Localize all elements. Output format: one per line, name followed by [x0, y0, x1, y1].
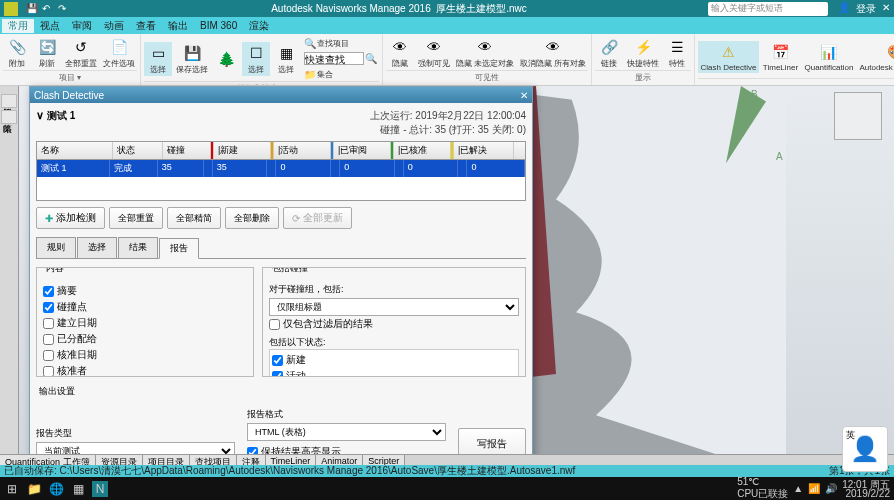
task-app-icon[interactable]: ▦ [70, 481, 86, 497]
menu-bim360[interactable]: BIM 360 [194, 20, 243, 31]
update-all-button: ⟳全部更新 [283, 207, 352, 229]
select-same-button[interactable]: ☐选择 [242, 42, 270, 76]
sets-button[interactable]: 📁集合 [302, 67, 379, 81]
refresh-button[interactable]: 🔄刷新 [33, 36, 61, 70]
task-navisworks-icon[interactable]: N [92, 481, 108, 497]
clash-detective-panel: Clash Detective ✕ ∨ 测试 1 上次运行: 2019年2月22… [29, 86, 533, 458]
reset-all-button[interactable]: 全部重置 [109, 207, 163, 229]
help-icon[interactable]: 👤 [838, 2, 850, 16]
content-checkbox[interactable] [43, 302, 54, 313]
tray-icon[interactable]: ▲ [793, 483, 803, 494]
require-button[interactable]: 👁强制可见 [416, 36, 452, 70]
task-browser-icon[interactable]: 🌐 [48, 481, 64, 497]
panel-tabs: 规则 选择 结果 报告 [36, 237, 526, 259]
app-logo-icon [4, 2, 18, 16]
test-name: ∨ 测试 1 [36, 109, 75, 123]
left-dock-bar: 选择树 策略 [0, 86, 19, 477]
qat-redo-icon[interactable]: ↷ [58, 3, 70, 15]
content-checkbox[interactable] [43, 334, 54, 345]
left-tab-strategy[interactable]: 策略 [1, 110, 17, 124]
tab-rules[interactable]: 规则 [36, 237, 76, 258]
tab-results[interactable]: 结果 [118, 237, 158, 258]
left-tab-selection-tree[interactable]: 选择树 [1, 94, 17, 108]
state-checkbox[interactable] [272, 371, 283, 378]
state-checkbox[interactable] [272, 355, 283, 366]
hide-button[interactable]: 👁隐藏 [386, 36, 414, 70]
content-fieldset: 内容 摘要碰撞点建立日期已分配给核准日期核准者层名称项目路径项目 ID [36, 267, 254, 377]
quick-props-button[interactable]: ⚡快捷特性 [625, 36, 661, 70]
select-box-button[interactable]: ▦选择 [272, 42, 300, 76]
tray-wifi-icon[interactable]: 📶 [808, 483, 820, 494]
login-link[interactable]: 登录 [856, 2, 876, 16]
content-checkbox[interactable] [43, 318, 54, 329]
clash-detective-button[interactable]: ⚠Clash Detective [698, 41, 758, 73]
content-checkbox[interactable] [43, 350, 54, 361]
workspace: 选择树 策略 B A Clash Detective ✕ ∨ 测试 1 [0, 86, 894, 477]
menu-render[interactable]: 渲染 [243, 19, 275, 33]
qat-undo-icon[interactable]: ↶ [42, 3, 54, 15]
menu-bar: 常用 视点 审阅 动画 查看 输出 BIM 360 渲染 [0, 17, 894, 34]
attach-icon: 📎 [7, 37, 27, 57]
select-button[interactable]: ▭选择 [144, 42, 172, 76]
menu-home[interactable]: 常用 [2, 19, 34, 33]
clock[interactable]: 12:01 周五 2019/2/22 [842, 480, 890, 498]
content-checkbox[interactable] [43, 286, 54, 297]
panel-close-icon[interactable]: ✕ [520, 90, 528, 101]
menu-output[interactable]: 输出 [162, 19, 194, 33]
temp-indicator: 51℃CPU已联接 [737, 476, 788, 500]
groups-select[interactable]: 仅限组标题 [269, 298, 519, 316]
report-format-select[interactable]: HTML (表格) [247, 423, 446, 441]
add-test-button[interactable]: ✚添加检测 [36, 207, 105, 229]
links-button[interactable]: 🔗链接 [595, 36, 623, 70]
test-summary: 上次运行: 2019年2月22日 12:00:04 碰撞 - 总计: 35 (打… [370, 109, 526, 137]
tray-sound-icon[interactable]: 🔊 [825, 483, 837, 494]
ribbon-group-project: 📎附加 🔄刷新 ↺全部重置 📄文件选项 项目 ▾ [0, 34, 141, 85]
save-selection-button[interactable]: 💾保存选择 [174, 42, 210, 76]
svg-text:B: B [751, 89, 758, 100]
task-explorer-icon[interactable]: 📁 [26, 481, 42, 497]
only-filtered-checkbox[interactable] [269, 319, 280, 330]
svg-text:A: A [776, 151, 783, 162]
windows-taskbar: ⊞ 📁 🌐 ▦ N 51℃CPU已联接 ▲ 📶 🔊 12:01 周五 2019/… [0, 477, 894, 500]
ribbon-group-tools: ⚠Clash Detective 📅TimeLiner 📊Quantificat… [695, 34, 894, 85]
panel-titlebar[interactable]: Clash Detective ✕ [30, 87, 532, 103]
search-input[interactable]: 输入关键字或短语 [708, 2, 828, 16]
ribbon-group-display: 🔗链接 ⚡快捷特性 ☰特性 显示 [592, 34, 695, 85]
timeliner-button[interactable]: 📅TimeLiner [761, 41, 801, 73]
menu-view[interactable]: 查看 [130, 19, 162, 33]
tab-select[interactable]: 选择 [77, 237, 117, 258]
quick-access-toolbar: 💾 ↶ ↷ [26, 3, 70, 15]
properties-button[interactable]: ☰特性 [663, 36, 691, 70]
select-tree-button[interactable]: 🌲 [212, 48, 240, 70]
unhide-all-button[interactable]: 👁取消隐藏 所有对象 [518, 36, 588, 70]
window-title: Autodesk Navisworks Manage 2016 厚生楼土建模型.… [90, 2, 708, 16]
file-icon: 📄 [109, 37, 129, 57]
quantification-button[interactable]: 📊Quantification [803, 41, 856, 73]
close-icon[interactable]: ✕ [882, 2, 890, 16]
attach-button[interactable]: 📎附加 [3, 36, 31, 70]
rendering-button[interactable]: 🎨Autodesk Rendering [857, 41, 894, 73]
title-bar: 💾 ↶ ↷ Autodesk Navisworks Manage 2016 厚生… [0, 0, 894, 17]
content-checkbox[interactable] [43, 366, 54, 377]
ribbon-group-visibility: 👁隐藏 👁强制可见 👁隐藏 未选定对象 👁取消隐藏 所有对象 可见性 [383, 34, 592, 85]
ime-avatar[interactable]: 英 👤 [842, 426, 888, 472]
delete-all-button[interactable]: 全部删除 [225, 207, 279, 229]
hide-unselected-button[interactable]: 👁隐藏 未选定对象 [454, 36, 516, 70]
qat-save-icon[interactable]: 💾 [26, 3, 38, 15]
find-items-button[interactable]: 🔍查找项目 [302, 36, 379, 50]
view-cube[interactable] [834, 92, 882, 140]
reset-icon: ↺ [71, 37, 91, 57]
compact-all-button[interactable]: 全部精简 [167, 207, 221, 229]
start-button[interactable]: ⊞ [4, 481, 20, 497]
menu-viewpoint[interactable]: 视点 [34, 19, 66, 33]
file-options-button[interactable]: 📄文件选项 [101, 36, 137, 70]
table-row[interactable]: 测试 1 完成 35 35 0 0 0 0 [37, 160, 525, 177]
refresh-icon: 🔄 [37, 37, 57, 57]
reset-all-button[interactable]: ↺全部重置 [63, 36, 99, 70]
menu-animation[interactable]: 动画 [98, 19, 130, 33]
menu-review[interactable]: 审阅 [66, 19, 98, 33]
tests-table[interactable]: 名称 状态 碰撞 |新建 |活动 |已审阅 |已核准 |已解决 测试 1 完成 … [36, 141, 526, 201]
include-fieldset: 包括碰撞 对于碰撞组，包括: 仅限组标题 仅包含过滤后的结果 包括以下状态: 新… [262, 267, 526, 377]
tab-report[interactable]: 报告 [159, 238, 199, 259]
quick-find-input[interactable]: 快速查找🔍 [302, 51, 379, 66]
